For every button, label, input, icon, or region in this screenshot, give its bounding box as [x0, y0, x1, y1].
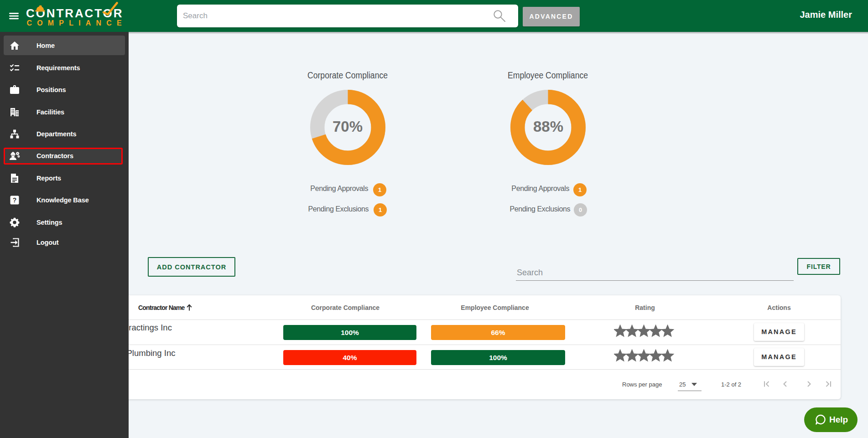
svg-text:Employee Compliance: Employee Compliance — [508, 70, 588, 80]
svg-text:COMPLIANCE: COMPLIANCE — [26, 19, 125, 27]
svg-text:?: ? — [13, 196, 17, 204]
svg-text:Corporate Compliance: Corporate Compliance — [307, 70, 388, 80]
